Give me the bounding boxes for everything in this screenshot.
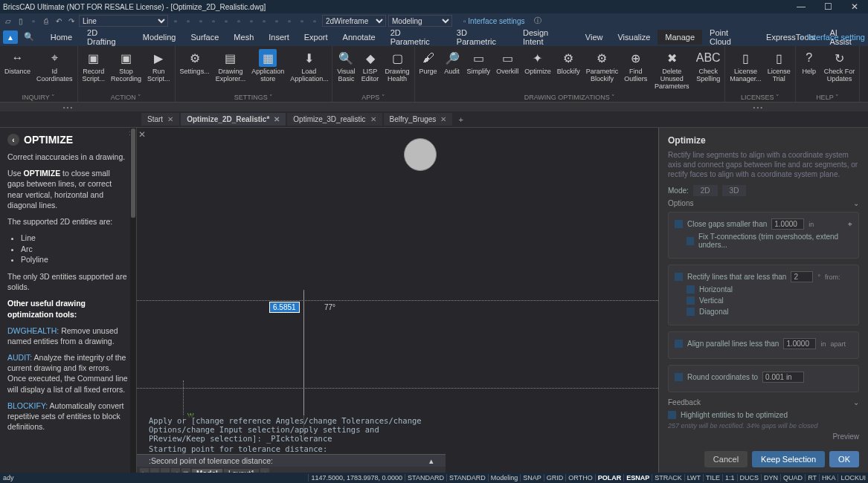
horizontal-checkbox[interactable] — [687, 285, 695, 294]
ribbon-record-script-[interactable]: ▣RecordScript... — [80, 48, 109, 93]
ribbon-drawing-health[interactable]: ▢DrawingHealth — [382, 48, 413, 93]
dimension-value[interactable]: 6.5851 — [269, 302, 300, 313]
round-input[interactable] — [762, 372, 804, 383]
status-lwt[interactable]: LWT — [684, 474, 703, 482]
qat-icon-11[interactable]: ▫ — [297, 16, 307, 26]
ribbon-drawing-explorer-[interactable]: ▤DrawingExplorer... — [213, 48, 249, 93]
feedback-header[interactable]: Feedback⌄ — [668, 398, 859, 406]
mode-2d-button[interactable]: 2D — [693, 185, 718, 196]
qat-icon-7[interactable]: ▫ — [246, 16, 257, 26]
ribbon-load-application-[interactable]: ⬇LoadApplication... — [287, 48, 330, 93]
ribbon-group-title[interactable]: LICENSES ˅ — [727, 93, 794, 102]
status-hka[interactable]: HKA — [819, 474, 838, 482]
view-cube[interactable] — [404, 138, 437, 171]
ribbon-parametric-blockify[interactable]: ⚙ParametricBlockify — [583, 48, 622, 93]
status-esnap[interactable]: ESNAP — [623, 474, 652, 482]
ribbon-group-title[interactable]: HELP ˅ — [797, 93, 858, 102]
search-icon[interactable]: 🔍 — [24, 32, 34, 42]
ribbon-run-script-[interactable]: ▶RunScript... — [144, 48, 173, 93]
status-1:1[interactable]: 1:1 — [722, 474, 737, 482]
ribbon-application-store[interactable]: ▦Applicationstore — [248, 48, 287, 93]
tab-visualize[interactable]: Visualize — [610, 30, 658, 45]
mode-3d-button[interactable]: 3D — [722, 185, 747, 196]
ok-button[interactable]: OK — [829, 451, 859, 467]
status-strack[interactable]: STRACK — [652, 474, 684, 482]
tab-home[interactable]: Home — [43, 30, 80, 45]
qat-icon-10[interactable]: ▫ — [284, 16, 295, 26]
pick-icon[interactable]: ⌖ — [848, 220, 852, 229]
ribbon-group-title[interactable]: INQUIRY ˅ — [1, 93, 76, 102]
save-icon[interactable]: ▫ — [28, 16, 39, 26]
qat-icon-3[interactable]: ▫ — [196, 16, 206, 26]
tab-view[interactable]: View — [578, 30, 611, 45]
tab-insert[interactable]: Insert — [261, 30, 297, 45]
ribbon-id-coordinates[interactable]: ⌖IdCoordinates — [33, 48, 76, 93]
redo-icon[interactable]: ↷ — [66, 16, 77, 26]
tab-modeling[interactable]: Modeling — [135, 30, 184, 45]
status-grid[interactable]: GRID — [544, 474, 566, 482]
close-icon[interactable]: ✕ — [274, 115, 280, 123]
doctab-belfry[interactable]: Belfry_Bruges✕ — [384, 113, 453, 126]
status-dyn[interactable]: DYN — [761, 474, 780, 482]
ribbon-group-title[interactable]: DRAWING OPTIMIZATIONS ˅ — [417, 93, 724, 102]
align-checkbox[interactable] — [675, 340, 683, 348]
add-doctab-button[interactable]: + — [454, 115, 467, 124]
fix-tconn-checkbox[interactable] — [687, 237, 694, 245]
qat-icon-2[interactable]: ▫ — [183, 16, 193, 26]
ribbon-check-for-updates[interactable]: ↻Check ForUpdates — [821, 48, 858, 93]
ribbon-find-outliers[interactable]: ⊕FindOutliers — [621, 48, 650, 93]
doctab-optimize-2d[interactable]: Optimize_2D_Realistic*✕ — [181, 113, 286, 126]
status-ortho[interactable]: ORTHO — [565, 474, 594, 482]
ribbon-lisp-editor[interactable]: ◆LISPEditor — [359, 48, 382, 93]
qat-icon-12[interactable]: ▫ — [309, 16, 320, 26]
round-checkbox[interactable] — [675, 373, 683, 381]
info-icon[interactable]: ⓘ — [533, 16, 543, 26]
ribbon-purge[interactable]: 🖌Purge — [417, 48, 440, 93]
ribbon-group-title[interactable]: ACTION ˅ — [80, 93, 173, 102]
qat-icon-8[interactable]: ▫ — [259, 16, 269, 26]
status-polar[interactable]: POLAR — [595, 474, 624, 482]
maximize-button[interactable]: ☐ — [814, 0, 841, 13]
keep-selection-button[interactable]: Keep Selection — [752, 451, 825, 467]
qat-icon-1[interactable]: ▫ — [170, 16, 181, 26]
qat-icon-6[interactable]: ▫ — [234, 16, 244, 26]
interface-settings-link[interactable]: ▫ Interface settings — [463, 17, 524, 25]
align-input[interactable] — [783, 338, 816, 349]
ribbon-settings-[interactable]: ⚙Settings... — [177, 48, 213, 93]
ribbon-distance[interactable]: ↔Distance — [1, 48, 33, 93]
ribbon-optimize[interactable]: ✦Optimize — [521, 48, 554, 93]
ribbon-license-manager-[interactable]: ▯LicenseManager... — [727, 48, 765, 93]
back-icon[interactable]: ‹ — [7, 134, 19, 146]
ribbon-simplify[interactable]: ▭Simplify — [464, 48, 494, 93]
ribbon-group-title[interactable]: SETTINGS ˅ — [177, 93, 331, 102]
app-menu-button[interactable]: ▲ — [3, 30, 18, 44]
drawing-canvas[interactable]: ✕ 6.5851 77° W X Apply or [change refere… — [137, 128, 658, 480]
status-modeling[interactable]: Modeling — [488, 474, 521, 482]
tab-export[interactable]: Export — [297, 30, 335, 45]
command-input[interactable]: :Second point of tolerance distance: ▴ — [137, 454, 446, 467]
ribbon-overkill[interactable]: ▭Overkill — [493, 48, 521, 93]
close-gaps-input[interactable] — [771, 218, 804, 230]
status-tile[interactable]: TILE — [703, 474, 722, 482]
close-icon[interactable]: ✕ — [370, 115, 376, 123]
close-gaps-checkbox[interactable] — [675, 220, 683, 228]
qat-icon-9[interactable]: ▫ — [271, 16, 282, 26]
doctab-optimize-3d[interactable]: Optimize_3D_realistic✕ — [287, 113, 382, 126]
tab-manage[interactable]: Manage — [658, 30, 702, 45]
ribbon-license-trial[interactable]: ▯LicenseTrial — [765, 48, 794, 93]
ribbon-visual-basic[interactable]: 🔍VisualBasic — [334, 48, 358, 93]
new-icon[interactable]: ▱ — [3, 16, 13, 26]
cmd-expand-icon[interactable]: ▴ — [429, 456, 434, 465]
ribbon-help[interactable]: ?Help — [797, 48, 821, 93]
status-ducs[interactable]: DUCS — [737, 474, 762, 482]
visualstyle-select[interactable]: 2dWireframe — [322, 15, 386, 27]
doctab-start[interactable]: Start✕ — [141, 113, 179, 126]
undo-icon[interactable]: ↶ — [54, 16, 64, 26]
tab-mesh[interactable]: Mesh — [226, 30, 261, 45]
status-snap[interactable]: SNAP — [520, 474, 544, 482]
status-lockui[interactable]: LOCKUI — [838, 474, 868, 482]
status-rt[interactable]: RT — [805, 474, 819, 482]
ribbon-check-spelling[interactable]: ABCCheckSpelling — [693, 48, 723, 93]
open-icon[interactable]: ▯ — [16, 16, 26, 26]
status-standard[interactable]: STANDARD — [405, 474, 446, 482]
